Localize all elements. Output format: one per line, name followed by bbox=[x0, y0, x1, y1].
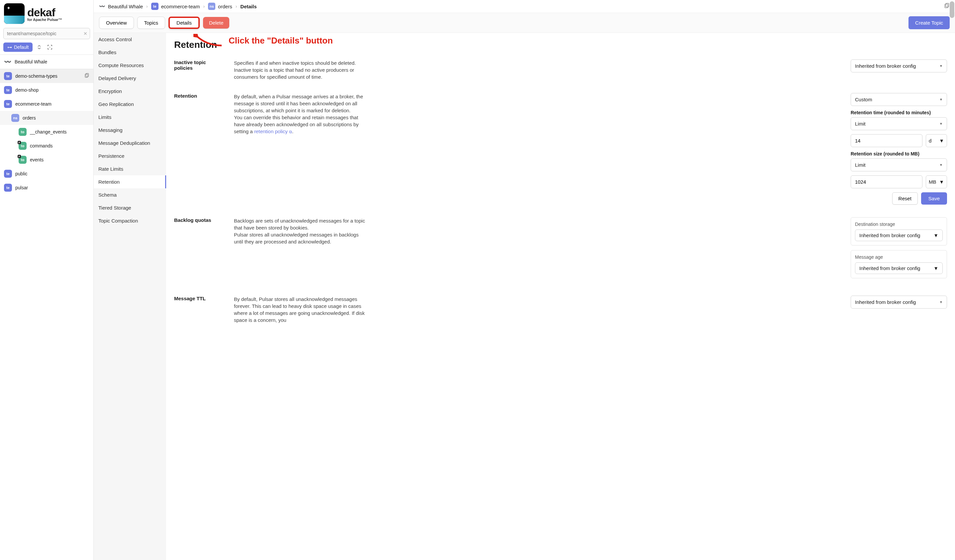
tenant-ecommerce-team[interactable]: te ecommerce-team bbox=[0, 97, 93, 111]
caret-down-icon: ▼ bbox=[939, 300, 943, 304]
tab-overview[interactable]: Overview bbox=[99, 17, 134, 29]
sidenav-item-delayed-delivery[interactable]: Delayed Delivery bbox=[94, 72, 166, 85]
instance-name: Beautiful Whale bbox=[15, 59, 47, 64]
sidenav-item-topic-compaction[interactable]: Topic Compaction bbox=[94, 214, 166, 227]
topic-badge-icon: to bbox=[19, 128, 27, 136]
sidenav-item-bundles[interactable]: Bundles bbox=[94, 46, 166, 59]
message-age-select[interactable]: Inherited from broker config ▼ bbox=[855, 263, 943, 274]
sidenav-item-rate-limits[interactable]: Rate Limits bbox=[94, 163, 166, 175]
delete-button[interactable]: Delete bbox=[203, 17, 229, 28]
collapse-icon[interactable] bbox=[35, 43, 43, 51]
sidenav-item-geo-replication[interactable]: Geo Replication bbox=[94, 98, 166, 111]
tenant-public[interactable]: te public bbox=[0, 167, 93, 181]
retention-size-mode-select[interactable]: Limit ▼ bbox=[851, 158, 947, 171]
default-button[interactable]: ⊶ Default bbox=[3, 42, 33, 52]
retention-time-input[interactable] bbox=[851, 134, 922, 147]
retention-policy-link[interactable]: retention policy ⧉ bbox=[254, 128, 292, 134]
save-button[interactable]: Save bbox=[921, 192, 947, 205]
topic-events[interactable]: Pto events bbox=[0, 153, 93, 167]
select-value: MB bbox=[929, 179, 936, 185]
caret-down-icon: ▼ bbox=[939, 138, 944, 144]
svg-rect-4 bbox=[946, 3, 949, 7]
namespace-orders[interactable]: ns orders bbox=[0, 111, 93, 125]
message-ttl-select[interactable]: Inherited from broker config ▼ bbox=[851, 296, 947, 308]
breadcrumb-namespace[interactable]: ns orders bbox=[208, 3, 232, 10]
sidenav-item-encryption[interactable]: Encryption bbox=[94, 85, 166, 98]
policy-label: Backlog quotas bbox=[174, 217, 224, 223]
copy-icon[interactable] bbox=[944, 3, 950, 10]
policy-controls: Inherited from broker config ▼ bbox=[851, 296, 947, 313]
caret-down-icon: ▼ bbox=[939, 179, 944, 185]
reset-button[interactable]: Reset bbox=[892, 192, 918, 205]
select-value: Inherited from broker config bbox=[855, 63, 916, 69]
namespace-badge-icon: ns bbox=[11, 114, 19, 122]
breadcrumb-tenant[interactable]: te ecommerce-team bbox=[151, 3, 200, 10]
logo-area: dekaf for Apache Pulsar™ bbox=[0, 0, 93, 26]
caret-down-icon: ▼ bbox=[939, 163, 943, 167]
content-wrap: Access ControlBundlesCompute ResourcesDe… bbox=[94, 33, 955, 560]
key-icon: ⊶ bbox=[7, 44, 12, 50]
topbar: 〰️ Beautiful Whale › te ecommerce-team ›… bbox=[94, 0, 955, 13]
tenant-demo-schema-types[interactable]: te demo-schema-types bbox=[0, 69, 93, 83]
sidenav-item-persistence[interactable]: Persistence bbox=[94, 149, 166, 163]
select-value: Limit bbox=[855, 162, 866, 168]
message-age-box: Message age Inherited from broker config… bbox=[851, 250, 947, 278]
breadcrumb-root[interactable]: 〰️ Beautiful Whale bbox=[99, 3, 143, 9]
tenant-demo-shop[interactable]: te demo-shop bbox=[0, 83, 93, 97]
destination-storage-select[interactable]: Inherited from broker config ▼ bbox=[855, 230, 943, 241]
topic-commands[interactable]: Pto commands bbox=[0, 139, 93, 153]
message-age-label: Message age bbox=[855, 254, 943, 260]
tab-details[interactable]: Details bbox=[169, 17, 200, 29]
caret-down-icon: ▼ bbox=[933, 233, 938, 238]
topic-change-events[interactable]: to __change_events bbox=[0, 125, 93, 139]
sidenav-item-limits[interactable]: Limits bbox=[94, 111, 166, 124]
instance-icon: 〰️ bbox=[99, 3, 105, 9]
chevron-right-icon: › bbox=[203, 4, 205, 9]
retention-mode-select[interactable]: Custom ▼ bbox=[851, 93, 947, 106]
breadcrumb-namespace-label: orders bbox=[218, 4, 232, 9]
focus-icon[interactable] bbox=[46, 43, 54, 51]
inactive-select[interactable]: Inherited from broker config ▼ bbox=[851, 59, 947, 72]
sidenav-item-schema[interactable]: Schema bbox=[94, 188, 166, 201]
policy-desc: By default, Pulsar stores all unacknowle… bbox=[234, 296, 367, 324]
tenant-pulsar[interactable]: te pulsar bbox=[0, 181, 93, 195]
retention-time-mode-select[interactable]: Limit ▼ bbox=[851, 117, 947, 130]
sidenav-item-compute-resources[interactable]: Compute Resources bbox=[94, 59, 166, 72]
sidenav-item-retention[interactable]: Retention bbox=[94, 175, 166, 188]
desc-text: Backlogs are sets of unacknowledged mess… bbox=[234, 218, 365, 230]
tree-label: demo-shop bbox=[15, 88, 39, 93]
instance-row[interactable]: 〰️ Beautiful Whale bbox=[0, 55, 93, 69]
default-label: Default bbox=[14, 44, 28, 50]
scrollbar[interactable] bbox=[950, 2, 954, 18]
clear-icon[interactable]: ✕ bbox=[83, 31, 88, 36]
select-value: Inherited from broker config bbox=[859, 233, 920, 238]
retention-size-unit-select[interactable]: MB ▼ bbox=[926, 175, 947, 188]
create-topic-button[interactable]: Create Topic bbox=[908, 16, 950, 29]
tenant-badge-icon: te bbox=[4, 72, 12, 80]
tree-label: public bbox=[15, 171, 28, 176]
breadcrumb-current: Details bbox=[240, 4, 257, 9]
chevron-right-icon: › bbox=[146, 4, 148, 9]
policy-label: Retention bbox=[174, 93, 224, 99]
sidenav-item-access-control[interactable]: Access Control bbox=[94, 33, 166, 46]
tree-label: events bbox=[30, 157, 44, 163]
sidenav-item-message-deduplication[interactable]: Message Deduplication bbox=[94, 136, 166, 149]
svg-point-0 bbox=[50, 47, 50, 47]
sidenav-item-messaging[interactable]: Messaging bbox=[94, 124, 166, 136]
retention-time-unit-select[interactable]: d ▼ bbox=[926, 134, 947, 147]
policy-inactive: Inactive topic policies Specifies if and… bbox=[174, 59, 947, 80]
sidenav-item-tiered-storage[interactable]: Tiered Storage bbox=[94, 201, 166, 214]
policy-controls: Inherited from broker config ▼ bbox=[851, 59, 947, 77]
tenant-tree: te demo-schema-types te demo-shop te eco… bbox=[0, 69, 93, 560]
tab-topics[interactable]: Topics bbox=[137, 17, 166, 29]
topic-badge-icon: Pto bbox=[19, 156, 27, 164]
copy-icon[interactable] bbox=[84, 73, 89, 80]
sidebar-controls: ⊶ Default bbox=[0, 41, 93, 55]
chevron-right-icon: › bbox=[236, 4, 237, 9]
page-title: Retention bbox=[174, 39, 947, 50]
search-input[interactable] bbox=[3, 28, 90, 39]
external-link-icon: ⧉ bbox=[289, 130, 292, 134]
retention-size-input[interactable] bbox=[851, 175, 922, 188]
app-root: dekaf for Apache Pulsar™ ✕ ⊶ Default 〰️ bbox=[0, 0, 955, 560]
logo-text: dekaf for Apache Pulsar™ bbox=[27, 6, 62, 22]
